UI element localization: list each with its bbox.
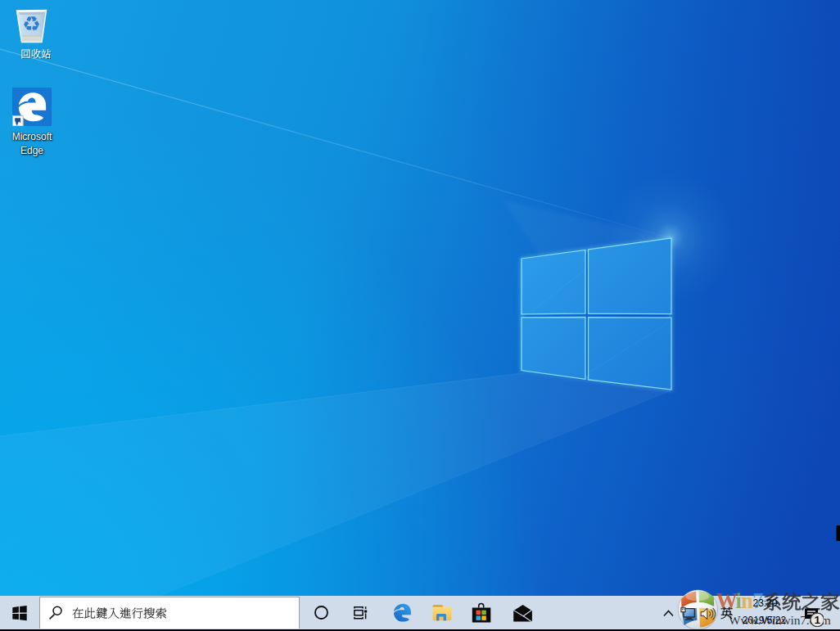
svg-text:1: 1 xyxy=(814,614,820,626)
